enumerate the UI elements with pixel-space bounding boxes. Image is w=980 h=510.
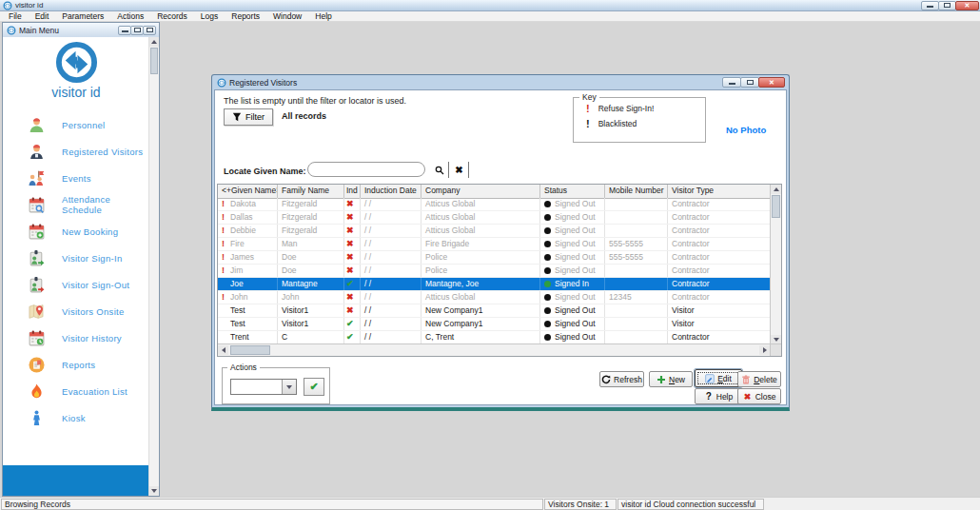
scrollbar-thumb[interactable] xyxy=(150,48,158,74)
sidebar-item-label: Events xyxy=(62,173,91,184)
status-dot-icon xyxy=(544,201,551,207)
menubar-item-window[interactable]: Window xyxy=(266,11,308,21)
sidebar-item-events[interactable]: Events xyxy=(3,165,149,191)
close-button[interactable] xyxy=(758,77,785,88)
table-row[interactable]: !JohnJohn✖/ /Atticus GlobalSigned Out123… xyxy=(218,291,771,304)
help-button[interactable]: ?Help xyxy=(695,388,742,404)
scrollbar-thumb[interactable] xyxy=(230,345,270,355)
scroll-up-icon[interactable] xyxy=(149,37,159,47)
minimize-button[interactable] xyxy=(921,1,939,10)
column-header-company[interactable]: Company xyxy=(421,185,540,198)
inducted-cross-icon: ✖ xyxy=(346,239,354,248)
menubar-item-edit[interactable]: Edit xyxy=(29,11,56,21)
sidebar-item-evacuation-list[interactable]: Evacuation List xyxy=(3,378,149,404)
menubar: FileEditParametersActionsRecordsLogsRepo… xyxy=(0,11,980,22)
personnel-icon xyxy=(28,116,46,134)
table-row[interactable]: !DakotaFitzgerald✖/ /Atticus GlobalSigne… xyxy=(218,198,771,211)
table-row[interactable]: !DallasFitzgerald✖/ /Atticus GlobalSigne… xyxy=(218,211,771,225)
maximize-button[interactable] xyxy=(130,26,144,35)
main-menu-title: Main Menu xyxy=(19,26,59,35)
status-message: Browsing Records xyxy=(1,499,543,510)
chevron-down-icon[interactable] xyxy=(282,380,296,394)
column-header-mobile-number[interactable]: Mobile Number xyxy=(605,185,668,198)
filter-button[interactable]: Filter xyxy=(224,108,273,126)
sidebar-vertical-scrollbar[interactable] xyxy=(148,37,159,496)
actions-dropdown[interactable] xyxy=(230,379,297,395)
scroll-up-icon[interactable] xyxy=(771,185,781,194)
scroll-down-icon[interactable] xyxy=(149,486,159,496)
column-header-status[interactable]: Status xyxy=(540,185,605,198)
table-vertical-scrollbar[interactable] xyxy=(770,185,781,344)
key-legend-box: Key !Refuse Sign-In!!Blacklisted xyxy=(573,97,706,143)
sidebar-item-personnel[interactable]: Personnel xyxy=(3,111,149,138)
refresh-button[interactable]: Refresh xyxy=(599,371,644,387)
table-row[interactable]: !FireMan✖/ /Fire BrigadeSigned Out555-55… xyxy=(218,238,771,251)
visitors-onsite-count: Visitors Onsite: 1 xyxy=(544,499,617,510)
sidebar-item-new-booking[interactable]: New Booking xyxy=(3,218,149,245)
minimize-button[interactable] xyxy=(118,26,131,35)
restore-button[interactable] xyxy=(938,1,956,10)
column-header-family-name[interactable]: Family Name xyxy=(278,185,344,198)
visitor-id-logo-icon xyxy=(54,40,99,85)
table-row[interactable]: TestVisitor1✔/ /New Company1Signed OutVi… xyxy=(218,318,771,331)
dialog-title: Registered Visitors xyxy=(229,78,297,88)
menubar-item-parameters[interactable]: Parameters xyxy=(55,11,110,21)
close-button[interactable] xyxy=(143,26,156,35)
scroll-left-icon[interactable] xyxy=(218,345,228,355)
menubar-item-actions[interactable]: Actions xyxy=(110,11,150,21)
sidebar-item-visitor-sign-in[interactable]: Visitor Sign-In xyxy=(3,245,149,271)
sidebar-item-visitor-sign-out[interactable]: Visitor Sign-Out xyxy=(3,271,149,298)
visitor-sign-in-icon xyxy=(28,249,46,267)
sidebar-item-attendance-schedule[interactable]: Attendance Schedule xyxy=(3,191,149,218)
new-button[interactable]: New xyxy=(649,371,693,387)
main-menu-titlebar[interactable]: Main Menu xyxy=(3,23,159,38)
column-header-visitor-type[interactable]: Visitor Type xyxy=(668,185,771,198)
actions-group-box: Actions ✔ xyxy=(222,367,330,404)
inducted-cross-icon: ✖ xyxy=(346,265,354,275)
close-button[interactable] xyxy=(955,1,979,10)
column-header-induction-date[interactable]: Induction Date xyxy=(361,185,421,198)
table-row[interactable]: TestVisitor1✖/ /New Company1Signed OutVi… xyxy=(218,304,771,318)
scrollbar-thumb[interactable] xyxy=(772,195,780,218)
table-row[interactable]: TrentC✔/ /C, TrentSigned OutContractor xyxy=(218,331,771,344)
sidebar-item-kiosk[interactable]: Kiosk xyxy=(3,404,149,431)
scroll-right-icon[interactable] xyxy=(759,345,770,355)
menubar-item-file[interactable]: File xyxy=(2,11,29,21)
table-row[interactable]: !JamesDoe✖/ /PoliceSigned Out555-5555Con… xyxy=(218,251,771,265)
run-action-button[interactable]: ✔ xyxy=(304,378,324,396)
table-rows: !DakotaFitzgerald✖/ /Atticus GlobalSigne… xyxy=(218,198,771,344)
table-row[interactable]: !DebbieFitzgerald✖/ /Atticus GlobalSigne… xyxy=(218,225,771,238)
sidebar-item-visitors-onsite[interactable]: Visitors Onsite xyxy=(3,298,149,324)
column-header-given-name[interactable]: <+Given Name> xyxy=(218,185,278,198)
delete-button[interactable]: Delete xyxy=(737,371,781,387)
edit-button[interactable]: Edit xyxy=(695,369,742,387)
sidebar-item-registered-visitors[interactable]: Registered Visitors xyxy=(3,138,149,165)
flag-exclamation-icon: ! xyxy=(222,265,230,277)
menubar-item-records[interactable]: Records xyxy=(150,11,194,21)
actions-title: Actions xyxy=(227,363,260,372)
edit-icon xyxy=(705,374,715,383)
status-dot-icon xyxy=(544,254,551,261)
maximize-button[interactable] xyxy=(740,77,759,88)
status-dot-icon xyxy=(544,214,551,221)
menubar-item-logs[interactable]: Logs xyxy=(194,11,225,21)
main-menu-window-controls xyxy=(119,26,156,35)
locate-search-button[interactable] xyxy=(430,162,449,178)
table-row[interactable]: JoeMantagne✔/ /Mantagne, JoeSigned InCon… xyxy=(218,278,771,291)
menubar-item-reports[interactable]: Reports xyxy=(225,11,266,21)
sidebar-item-visitor-history[interactable]: Visitor History xyxy=(3,324,149,351)
logo-text: visitor id xyxy=(51,85,100,100)
table-horizontal-scrollbar[interactable] xyxy=(218,343,781,356)
close-button[interactable]: ✖Close xyxy=(737,388,781,404)
locate-clear-button[interactable]: ✖ xyxy=(450,162,469,178)
table-row[interactable]: !JimDoe✖/ /PoliceSigned OutContractor xyxy=(218,265,771,278)
registered-visitors-window: Registered Visitors The list is empty un… xyxy=(211,74,790,411)
menubar-item-help[interactable]: Help xyxy=(308,11,338,21)
column-header-ind[interactable]: Ind xyxy=(344,185,361,198)
sidebar-item-reports[interactable]: Reports xyxy=(3,351,149,378)
dialog-titlebar[interactable]: Registered Visitors xyxy=(212,75,789,89)
locate-given-name-input[interactable] xyxy=(307,162,425,177)
inducted-check-icon: ✔ xyxy=(346,332,354,342)
minimize-button[interactable] xyxy=(722,77,741,88)
search-icon xyxy=(435,166,444,175)
